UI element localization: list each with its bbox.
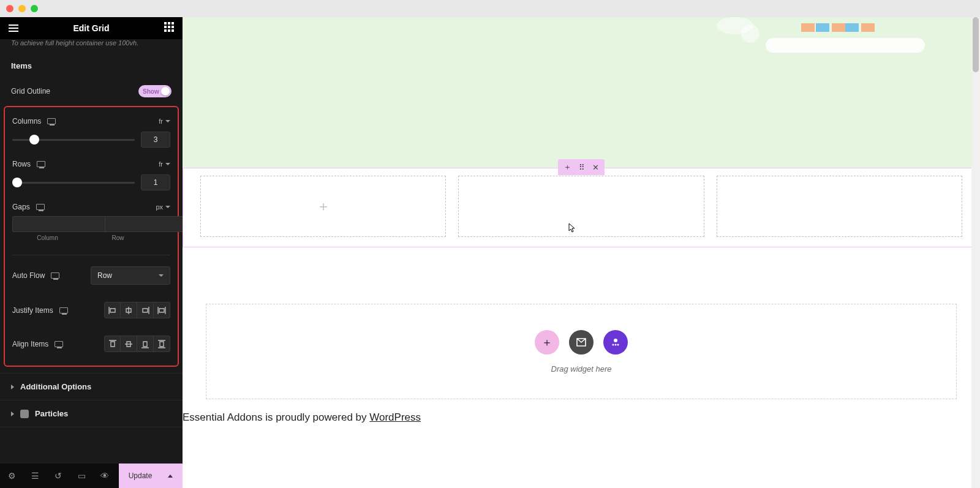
svg-point-3 [617, 343, 619, 345]
device-icon[interactable] [37, 161, 45, 167]
grid-container[interactable]: ＋ ⠿ ✕ ＋ [183, 168, 980, 247]
navigator-icon[interactable]: ☰ [23, 464, 47, 488]
gap-column-input[interactable] [12, 216, 105, 232]
align-start-icon[interactable] [104, 336, 121, 352]
scrollbar[interactable] [971, 17, 980, 488]
autoflow-select[interactable]: Row [91, 266, 170, 285]
drag-section-icon[interactable]: ⠿ [579, 163, 585, 172]
sidebar-footer: ⚙ ☰ ↺ ▭ 👁 Update [0, 464, 183, 488]
drop-zone[interactable]: ＋ Drag widget here [206, 304, 957, 399]
grid-cell[interactable]: ＋ [200, 176, 446, 237]
responsive-icon[interactable]: ▭ [70, 464, 93, 488]
window-max-dot[interactable] [31, 5, 38, 12]
gap-row-sublabel: Row [83, 235, 153, 241]
justify-start-icon[interactable] [104, 302, 121, 318]
chevron-up-icon [168, 475, 173, 478]
device-icon[interactable] [36, 204, 45, 210]
columns-unit-select[interactable]: fr [159, 118, 170, 125]
editor-canvas: ＋ ⠿ ✕ ＋ ＋ Drag widget [183, 17, 980, 488]
history-icon[interactable]: ↺ [47, 464, 70, 488]
panel-title: Edit Grid [73, 23, 109, 33]
menu-icon[interactable] [7, 22, 20, 34]
rows-label: Rows [12, 160, 31, 168]
preview-icon[interactable]: 👁 [93, 464, 116, 488]
columns-input[interactable] [141, 132, 170, 148]
height-hint: To achieve full height container use 100… [0, 39, 183, 50]
gaps-unit-select[interactable]: px [156, 203, 170, 211]
accordion-particles[interactable]: Particles [0, 400, 183, 427]
settings-icon[interactable]: ⚙ [0, 464, 23, 488]
grid-outline-toggle[interactable]: Show [138, 85, 172, 97]
columns-label: Columns [12, 117, 41, 126]
justify-end-icon[interactable] [137, 302, 154, 318]
sidebar-header: Edit Grid [0, 17, 183, 39]
rows-input[interactable] [141, 175, 170, 190]
grid-outline-row: Grid Outline Show [0, 79, 183, 103]
grid-outline-label: Grid Outline [11, 87, 50, 96]
gap-col-sublabel: Column [12, 235, 83, 241]
add-blocks-button[interactable] [603, 330, 628, 355]
window-close-dot[interactable] [6, 5, 13, 12]
editor-sidebar: Edit Grid To achieve full height contain… [0, 17, 183, 488]
caret-right-icon [11, 385, 14, 389]
add-template-button[interactable] [569, 330, 594, 355]
drop-zone-text: Drag widget here [551, 364, 612, 374]
scroll-thumb[interactable] [973, 17, 979, 72]
update-button[interactable]: Update [119, 464, 183, 488]
align-items-group [104, 336, 170, 352]
hero-section[interactable] [183, 17, 980, 168]
grid-cell[interactable] [717, 176, 962, 237]
svg-point-1 [612, 343, 614, 345]
svg-point-2 [615, 343, 617, 345]
footer-credit: Essential Addons is proudly powered by W… [183, 405, 980, 424]
device-icon[interactable] [51, 272, 59, 279]
gaps-label: Gaps [12, 203, 30, 211]
justify-center-icon[interactable] [121, 302, 137, 318]
rows-unit-select[interactable]: fr [159, 160, 170, 168]
justify-label: Justify Items [12, 306, 53, 315]
accordion-additional-options[interactable]: Additional Options [0, 373, 183, 400]
delete-section-icon[interactable]: ✕ [592, 163, 599, 172]
align-end-icon[interactable] [137, 336, 154, 352]
gap-row-input[interactable] [105, 216, 183, 232]
justify-stretch-icon[interactable] [154, 302, 170, 318]
align-stretch-icon[interactable] [154, 336, 170, 352]
add-section-button[interactable]: ＋ [535, 330, 559, 355]
widgets-grid-icon[interactable] [163, 22, 175, 34]
items-section-label: Items [0, 50, 183, 79]
window-min-dot[interactable] [18, 5, 26, 12]
align-center-icon[interactable] [121, 336, 137, 352]
rows-slider[interactable] [12, 182, 135, 184]
window-chrome [0, 0, 980, 17]
particles-icon [20, 410, 29, 418]
add-section-icon[interactable]: ＋ [564, 162, 571, 173]
device-icon[interactable] [55, 341, 63, 347]
section-handle: ＋ ⠿ ✕ [558, 159, 605, 175]
wordpress-link[interactable]: WordPress [369, 411, 421, 423]
caret-right-icon [11, 411, 14, 416]
device-icon[interactable] [59, 307, 68, 313]
toggle-show-label: Show [143, 88, 159, 95]
justify-items-group [104, 302, 170, 318]
grid-cell[interactable] [458, 176, 704, 237]
align-label: Align Items [12, 340, 48, 348]
layout-controls-highlight: Columns fr Rows [4, 106, 179, 367]
device-icon[interactable] [47, 118, 56, 124]
svg-point-0 [614, 339, 617, 342]
autoflow-label: Auto Flow [12, 271, 45, 280]
hero-illustration [729, 17, 937, 66]
add-widget-icon[interactable]: ＋ [317, 197, 330, 216]
columns-slider[interactable] [12, 139, 135, 141]
